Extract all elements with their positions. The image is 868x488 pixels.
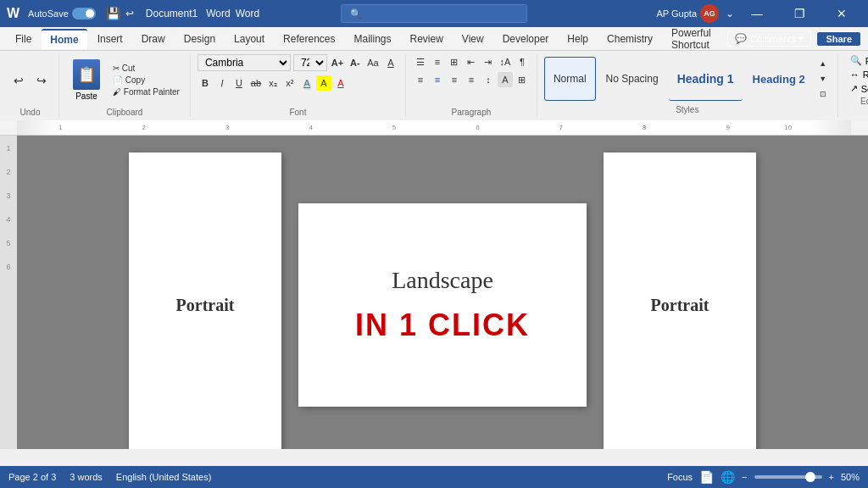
sort-button[interactable]: ↕A — [498, 54, 513, 69]
styles-scroll-up[interactable]: ▲ — [815, 56, 831, 71]
increase-indent-button[interactable]: ⇥ — [481, 54, 496, 69]
styles-scroll-down[interactable]: ▼ — [815, 71, 831, 86]
replace-icon: ↔ — [850, 69, 860, 80]
ribbon-display-options[interactable]: ⌄ — [726, 8, 734, 19]
select-icon: ↗ — [850, 83, 858, 94]
tab-insert[interactable]: Insert — [89, 30, 131, 48]
view-web[interactable]: 🌐 — [721, 470, 735, 484]
line-spacing-button[interactable]: ↕ — [481, 72, 496, 87]
zoom-in-button[interactable]: + — [829, 472, 834, 482]
select-button[interactable]: ↗ Select ▾ — [845, 82, 868, 95]
editing-buttons: 🔍 Find ▾ ↔ Replace ↗ Select ▾ — [845, 54, 868, 95]
tab-help[interactable]: Help — [559, 30, 597, 48]
justify-button[interactable]: ≡ — [464, 72, 479, 87]
landscape-page[interactable]: Landscape IN 1 CLICK — [298, 203, 587, 407]
tab-developer[interactable]: Developer — [494, 30, 558, 48]
restore-button[interactable]: ❐ — [780, 0, 819, 27]
minimize-button[interactable]: — — [737, 0, 776, 27]
highlight-button[interactable]: A — [316, 75, 331, 91]
quick-access-undo[interactable]: ↩ — [125, 8, 134, 19]
user-avatar: AG — [700, 4, 719, 23]
align-right-button[interactable]: ≡ — [447, 72, 462, 87]
undo-button[interactable]: ↩ — [8, 70, 29, 91]
landscape-subtitle: IN 1 CLICK — [355, 308, 530, 343]
ribbon-group-clipboard: 📋 Paste ✂ Cut 📄 Copy 🖌 Format Painter Cl… — [63, 54, 191, 117]
superscript-button[interactable]: x² — [282, 75, 298, 91]
clear-format-button[interactable]: A — [383, 55, 398, 70]
focus-label[interactable]: Focus — [667, 472, 693, 482]
styles-more[interactable]: ⊡ — [815, 86, 831, 102]
redo-button[interactable]: ↪ — [31, 70, 52, 91]
quick-access-save[interactable]: 💾 — [106, 7, 120, 20]
comments-icon: 💬 — [735, 33, 747, 44]
style-normal[interactable]: Normal — [544, 57, 596, 101]
find-button[interactable]: 🔍 Find ▾ — [845, 54, 868, 67]
paste-button[interactable]: 📋 Paste — [66, 56, 107, 104]
style-no-spacing[interactable]: No Spacing — [598, 57, 667, 101]
format-painter-button[interactable]: 🖌 Format Painter — [109, 86, 183, 97]
tab-design[interactable]: Design — [175, 30, 224, 48]
cut-button[interactable]: ✂ Cut — [109, 63, 183, 74]
italic-button[interactable]: I — [214, 75, 230, 91]
decrease-font-button[interactable]: A- — [348, 55, 363, 70]
bullets-button[interactable]: ☰ — [413, 54, 428, 69]
paste-icon: 📋 — [73, 59, 100, 90]
paragraph-group-label: Paragraph — [413, 108, 530, 117]
paste-label: Paste — [75, 92, 97, 101]
align-center-button[interactable]: ≡ — [430, 72, 445, 87]
change-case-button[interactable]: Aa — [365, 55, 381, 70]
decrease-indent-button[interactable]: ⇤ — [464, 54, 479, 69]
borders-button[interactable]: ⊞ — [515, 72, 530, 87]
tab-mailings[interactable]: Mailings — [345, 30, 399, 48]
title-bar-center: 🔍 — [292, 4, 576, 23]
font-family-select[interactable]: Cambria — [198, 54, 291, 71]
tab-file[interactable]: File — [7, 30, 40, 48]
show-formatting-button[interactable]: ¶ — [515, 54, 530, 69]
font-size-select[interactable]: 72 — [293, 54, 327, 71]
font-color-button[interactable]: A — [333, 75, 348, 91]
user-initials: AG — [704, 9, 715, 18]
font-group-label: Font — [198, 108, 398, 117]
zoom-slider[interactable] — [754, 475, 822, 479]
strikethrough-button[interactable]: ab — [248, 75, 264, 91]
tab-layout[interactable]: Layout — [225, 30, 273, 48]
zoom-percent: 50% — [841, 472, 860, 482]
bold-button[interactable]: B — [198, 75, 213, 91]
style-heading2[interactable]: Heading 2 — [744, 57, 814, 101]
close-button[interactable]: ✕ — [822, 0, 861, 27]
comments-button[interactable]: 💬 Comments ▾ — [727, 30, 811, 47]
autosave-toggle[interactable] — [72, 8, 96, 19]
align-left-button[interactable]: ≡ — [413, 72, 428, 87]
tab-references[interactable]: References — [275, 30, 343, 48]
subscript-button[interactable]: x₂ — [265, 75, 281, 91]
copy-button[interactable]: 📄 Copy — [109, 75, 183, 86]
text-effects-button[interactable]: A — [299, 75, 314, 91]
share-button[interactable]: Share — [816, 31, 861, 47]
shading-button[interactable]: A — [498, 72, 513, 87]
zoom-out-button[interactable]: − — [742, 472, 747, 482]
right-portrait-page[interactable]: Portrait — [604, 152, 756, 449]
search-box[interactable]: 🔍 — [341, 4, 527, 23]
autosave-label: AutoSave — [28, 8, 69, 19]
tab-draw[interactable]: Draw — [133, 30, 174, 48]
editing-group-label: Editing — [845, 97, 868, 106]
tab-chemistry[interactable]: Chemistry — [598, 30, 661, 48]
tab-home[interactable]: Home — [42, 29, 86, 49]
left-portrait-page[interactable]: Portrait — [129, 152, 281, 449]
style-heading1[interactable]: Heading 1 — [669, 57, 743, 101]
increase-font-button[interactable]: A+ — [330, 55, 345, 70]
tab-view[interactable]: View — [453, 30, 492, 48]
font-format-row: B I U ab x₂ x² A A A — [198, 75, 398, 91]
ruler-inner: 1 2 3 4 5 6 7 8 9 10 — [17, 120, 851, 135]
view-print-layout[interactable]: 📄 — [699, 470, 714, 484]
tab-review[interactable]: Review — [402, 30, 452, 48]
numbering-button[interactable]: ≡ — [430, 54, 445, 69]
tab-powerful-shortcut[interactable]: Powerful Shortcut — [663, 24, 726, 54]
ribbon-tabs: File Home Insert Draw Design Layout Refe… — [0, 27, 868, 51]
replace-button[interactable]: ↔ Replace — [845, 69, 868, 80]
styles-group-label: Styles — [544, 105, 831, 114]
underline-button[interactable]: U — [231, 75, 247, 91]
ribbon-group-editing: 🔍 Find ▾ ↔ Replace ↗ Select ▾ Editing — [842, 54, 868, 117]
search-input[interactable] — [367, 8, 503, 19]
multilevel-list-button[interactable]: ⊞ — [447, 54, 462, 69]
